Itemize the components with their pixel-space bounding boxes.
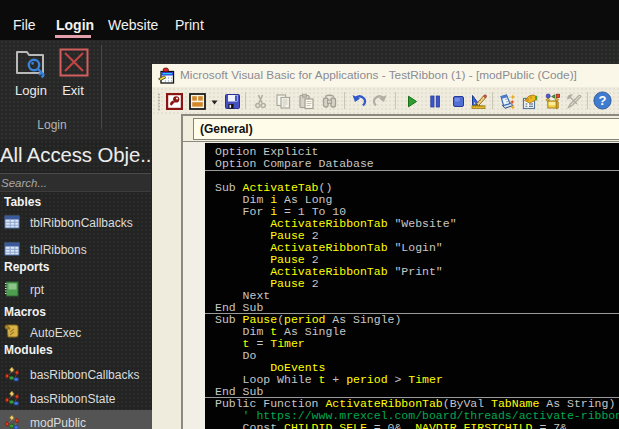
svg-text:?: ? [599, 93, 607, 108]
